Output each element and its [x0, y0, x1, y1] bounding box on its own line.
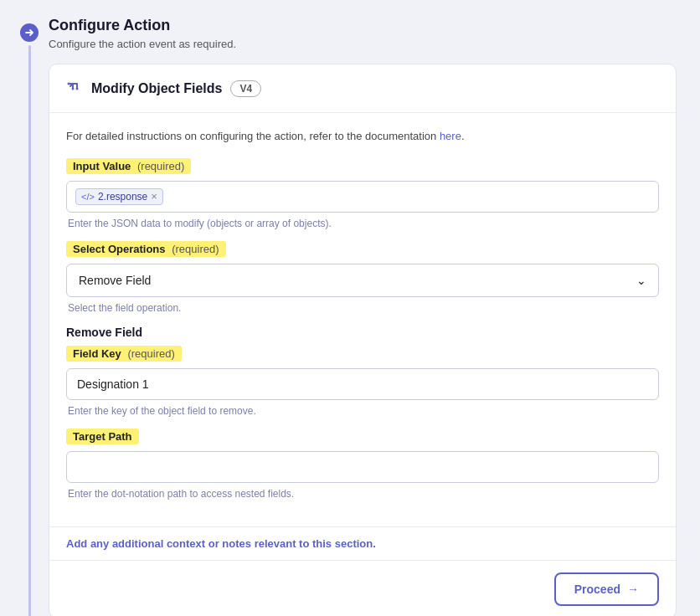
field-key-label: Field Key (required)	[66, 346, 182, 362]
card-header: Modify Object Fields V4	[49, 64, 676, 113]
field-key-hint: Enter the key of the object field to rem…	[66, 405, 659, 417]
field-key-input[interactable]	[66, 368, 659, 400]
add-context-link[interactable]: Add any additional context or notes rele…	[49, 526, 676, 560]
input-value-section: Input Value (required) </> 2.response × …	[66, 158, 659, 229]
tag-remove-button[interactable]: ×	[151, 191, 157, 202]
proceed-arrow-icon: →	[627, 583, 639, 596]
select-operations-section: Select Operations (required) Remove Fiel…	[66, 241, 659, 314]
page-title: Configure Action	[49, 17, 677, 34]
select-ops-hint: Select the field operation.	[66, 302, 659, 314]
input-value-hint: Enter the JSON data to modify (objects o…	[66, 218, 659, 229]
svg-point-2	[76, 88, 79, 90]
select-ops-label: Select Operations (required)	[66, 241, 226, 257]
docs-link[interactable]: here	[440, 130, 461, 142]
field-key-group: Field Key (required) Enter the key of th…	[66, 346, 659, 417]
rail-circle	[20, 23, 39, 42]
input-value-tag: </> 2.response ×	[75, 188, 163, 205]
input-value-label: Input Value (required)	[66, 158, 191, 174]
chevron-down-icon: ⌄	[636, 274, 646, 287]
proceed-label: Proceed	[574, 583, 620, 596]
version-badge: V4	[230, 80, 261, 97]
page-subtitle: Configure the action event as required.	[49, 38, 677, 50]
target-path-hint: Enter the dot-notation path to access ne…	[66, 488, 659, 500]
target-path-input[interactable]	[66, 451, 659, 483]
card-footer: Proceed →	[49, 560, 676, 617]
main-content: Configure Action Configure the action ev…	[42, 17, 683, 616]
modify-fields-icon	[66, 78, 83, 99]
proceed-button[interactable]: Proceed →	[554, 572, 659, 606]
card-body: For detailed instructions on configuring…	[49, 113, 676, 526]
info-text: For detailed instructions on configuring…	[66, 128, 659, 145]
operations-dropdown[interactable]: Remove Field ⌄	[66, 264, 659, 297]
rail-line	[28, 45, 31, 616]
tag-text: 2.response	[98, 191, 147, 203]
configure-action-card: Modify Object Fields V4 For detailed ins…	[49, 64, 677, 616]
target-path-label: Target Path	[66, 429, 139, 444]
dropdown-value: Remove Field	[79, 274, 151, 287]
target-path-group: Target Path Enter the dot-notation path …	[66, 429, 659, 500]
card-title: Modify Object Fields	[91, 81, 222, 96]
remove-field-title: Remove Field	[66, 326, 659, 339]
svg-point-1	[72, 88, 75, 90]
svg-point-0	[68, 83, 70, 85]
remove-field-section: Remove Field Field Key (required) Enter …	[66, 326, 659, 500]
left-rail	[17, 17, 42, 616]
tag-code-icon: </>	[81, 192, 95, 202]
input-value-tag-box[interactable]: </> 2.response ×	[66, 181, 659, 213]
